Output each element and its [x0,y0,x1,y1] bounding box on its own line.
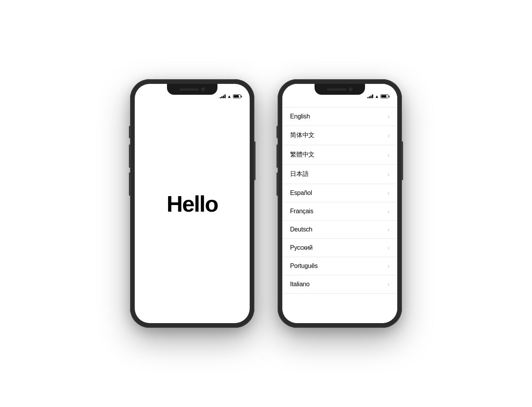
wifi-icon-right: ▲ [375,94,379,99]
chevron-right-icon: › [388,263,389,269]
wifi-icon: ▲ [227,94,231,99]
volume-up-button-right [276,144,278,168]
volume-mute-button-right [276,126,278,138]
notch-right [315,84,365,95]
power-button-right [402,141,403,180]
iphone-right: ▲ English › 简体中文 › 繁體中文 › [278,79,402,328]
battery-icon [233,94,242,98]
chevron-right-icon: › [388,245,389,251]
chevron-right-icon: › [388,171,389,177]
iphone-right-screen: ▲ English › 简体中文 › 繁體中文 › [282,84,397,323]
volume-up-button [129,144,130,168]
language-name: 简体中文 [290,131,315,139]
language-list: English › 简体中文 › 繁體中文 › 日本語 › Español › … [282,107,397,294]
language-item[interactable]: Italiano › [282,275,397,294]
language-name: Русский [290,244,313,251]
language-name: Español [290,190,312,197]
volume-down-button-right [276,172,278,196]
language-name: Italiano [290,281,309,288]
camera-right [349,87,353,91]
language-name: English [290,113,310,120]
chevron-right-icon: › [388,152,389,158]
language-name: 日本語 [290,170,308,178]
battery-icon-right [381,94,389,98]
language-name: Deutsch [290,226,312,233]
hello-screen: Hello [135,84,250,323]
chevron-right-icon: › [388,226,389,233]
language-item[interactable]: Español › [282,184,397,202]
chevron-right-icon: › [388,281,389,287]
chevron-right-icon: › [388,132,389,139]
speaker-right [327,89,346,90]
language-item[interactable]: 繁體中文 › [282,145,397,165]
signal-icon [220,94,226,98]
language-item[interactable]: English › [282,107,397,126]
volume-mute-button [129,126,130,138]
language-screen: English › 简体中文 › 繁體中文 › 日本語 › Español › … [282,84,397,323]
language-item[interactable]: Русский › [282,239,397,257]
status-icons-left: ▲ [220,94,242,99]
speaker-left [179,89,199,90]
iphone-left: ▲ Hello [130,79,254,328]
language-item[interactable]: Deutsch › [282,221,397,239]
phones-container: ▲ Hello [115,64,417,343]
language-name: Français [290,208,313,215]
language-item[interactable]: Français › [282,202,397,221]
status-icons-right: ▲ [367,94,389,99]
signal-icon-right [367,94,373,98]
volume-down-button [129,172,130,196]
power-button [254,141,256,180]
hello-text: Hello [167,191,218,217]
iphone-left-screen: ▲ Hello [135,84,250,323]
language-item[interactable]: 简体中文 › [282,126,397,145]
chevron-right-icon: › [388,190,389,196]
camera-left [201,87,205,91]
chevron-right-icon: › [388,208,389,214]
notch-left [167,84,217,95]
language-name: Português [290,263,318,270]
language-name: 繁體中文 [290,151,315,159]
chevron-right-icon: › [388,113,389,120]
language-item[interactable]: 日本語 › [282,165,397,184]
language-item[interactable]: Português › [282,257,397,275]
